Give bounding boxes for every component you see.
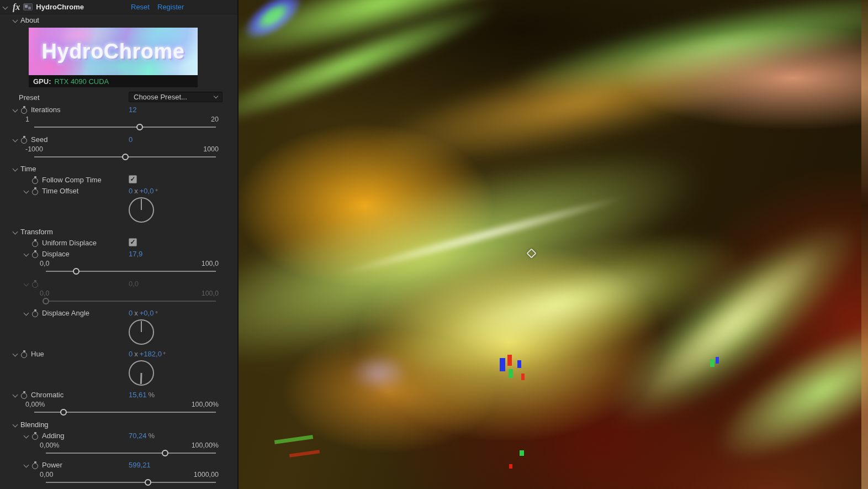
slider-thumb[interactable]: [136, 124, 143, 130]
chevron-down-icon[interactable]: [3, 4, 8, 10]
param-label: Iterations: [31, 106, 60, 114]
register-button[interactable]: Register: [157, 3, 184, 11]
stopwatch-icon[interactable]: [20, 350, 28, 357]
angle-dial[interactable]: [129, 319, 154, 345]
slider-range-labels: 0,0 100,0: [0, 289, 237, 297]
group-row-transform[interactable]: Transform: [0, 226, 237, 237]
slider-range-labels: 0,00% 100,00%: [0, 400, 237, 408]
slider-max-label: 100,0: [202, 260, 219, 267]
stopwatch-icon[interactable]: [31, 250, 39, 257]
chevron-down-icon[interactable]: [24, 310, 29, 316]
group-row-blending[interactable]: Blending: [0, 419, 237, 430]
param-row-power: Power 599,21: [0, 459, 237, 470]
slider-row: [0, 479, 237, 486]
param-label: Displace: [42, 250, 70, 258]
degree-symbol: °: [155, 311, 157, 317]
slider-thumb[interactable]: [145, 479, 151, 486]
slider-thumb[interactable]: [60, 409, 67, 416]
stopwatch-icon[interactable]: [20, 106, 28, 113]
chevron-down-icon[interactable]: [24, 188, 29, 193]
render-violet-glow: [349, 354, 410, 392]
chevron-down-icon: [24, 281, 29, 286]
stopwatch-icon[interactable]: [31, 176, 39, 183]
param-value[interactable]: 0: [129, 135, 133, 144]
slider-row: [0, 267, 237, 275]
rgb-glitch-pixel: [507, 355, 512, 366]
chevron-down-icon[interactable]: [13, 422, 18, 427]
slider-range-labels: 0,00% 100,00%: [0, 441, 237, 449]
render-edge-strip: [861, 0, 868, 489]
slider-track[interactable]: [46, 271, 216, 272]
reset-button[interactable]: Reset: [131, 3, 150, 11]
angle-revolutions-value[interactable]: 0: [129, 309, 133, 317]
slider-thumb[interactable]: [73, 268, 80, 275]
slider-track[interactable]: [46, 453, 216, 454]
group-row-about[interactable]: About: [0, 14, 237, 25]
slider-track[interactable]: [34, 156, 216, 157]
gpu-info-row: GPU: RTX 4090 CUDA: [29, 75, 198, 87]
group-label: Transform: [20, 228, 53, 236]
chevron-down-icon[interactable]: [13, 351, 18, 356]
stopwatch-icon[interactable]: [31, 461, 39, 469]
rgb-glitch-pixel: [509, 369, 513, 378]
param-row-preset: Preset Choose Preset...: [0, 92, 237, 103]
param-value[interactable]: 12: [129, 106, 136, 114]
slider-row: [0, 408, 237, 416]
param-label: Follow Comp Time: [42, 176, 102, 184]
angle-degrees-value[interactable]: +182,0: [140, 350, 162, 358]
param-value[interactable]: 599,21: [129, 461, 151, 469]
chevron-down-icon[interactable]: [13, 229, 18, 234]
preset-dropdown[interactable]: Choose Preset...: [129, 92, 223, 102]
chevron-down-icon[interactable]: [24, 433, 29, 438]
rgb-glitch-pixel: [716, 357, 719, 364]
param-label: Hue: [31, 350, 44, 358]
chevron-down-icon[interactable]: [13, 166, 18, 171]
slider-row: [0, 153, 237, 161]
chevron-down-icon[interactable]: [13, 107, 18, 112]
banner-title: HydroChrome: [42, 40, 185, 64]
checkbox[interactable]: [129, 175, 137, 183]
percent-symbol: %: [149, 391, 155, 399]
stopwatch-icon[interactable]: [20, 391, 28, 398]
slider-min-label: 0,00%: [25, 401, 45, 408]
chevron-down-icon: [214, 94, 218, 98]
angle-dial[interactable]: [129, 360, 154, 386]
group-label: Blending: [20, 420, 49, 429]
slider-track[interactable]: [34, 412, 216, 413]
angle-degrees-value[interactable]: +0,0: [140, 309, 154, 317]
slider-range-labels: 1 20: [0, 115, 237, 123]
dial-pointer: [141, 321, 142, 332]
effect-controls-panel: fx HydroChrome Reset Register About Hydr…: [0, 0, 239, 489]
stopwatch-icon[interactable]: [20, 136, 28, 143]
checkbox[interactable]: [129, 238, 137, 246]
slider-max-label: 100,0: [202, 290, 219, 297]
stopwatch-icon[interactable]: [31, 187, 39, 194]
stopwatch-icon[interactable]: [31, 432, 39, 439]
chevron-down-icon[interactable]: [13, 136, 18, 142]
chevron-down-icon[interactable]: [24, 251, 29, 256]
chevron-down-icon[interactable]: [24, 462, 29, 467]
slider-thumb[interactable]: [122, 154, 129, 160]
chevron-down-icon[interactable]: [13, 392, 18, 397]
param-value[interactable]: 17,9: [129, 250, 142, 258]
angle-revolutions-value[interactable]: 0: [129, 187, 133, 195]
stopwatch-icon[interactable]: [31, 239, 39, 246]
angle-revolutions-value[interactable]: 0: [129, 350, 133, 358]
degree-symbol: °: [155, 188, 157, 194]
slider-track[interactable]: [34, 127, 216, 128]
composition-viewport[interactable]: [239, 0, 868, 489]
angle-dial[interactable]: [129, 197, 154, 223]
param-block-displace-secondary: 0,0 0,0 100,0: [0, 278, 237, 305]
group-row-time[interactable]: Time: [0, 163, 237, 174]
slider-min-label: 0,00%: [40, 441, 59, 449]
slider-thumb[interactable]: [162, 450, 168, 456]
angle-degrees-value[interactable]: +0,0: [140, 187, 154, 195]
chevron-down-icon[interactable]: [13, 17, 18, 23]
stopwatch-icon[interactable]: [31, 309, 39, 317]
param-row-seed: Seed 0: [0, 134, 237, 145]
slider-range-labels: 0,00 1000,00: [0, 470, 237, 479]
param-value[interactable]: 70,24: [129, 432, 147, 440]
slider-track[interactable]: [46, 482, 216, 483]
param-row-displace-secondary: 0,0: [0, 278, 237, 289]
param-value[interactable]: 15,61: [129, 391, 147, 399]
